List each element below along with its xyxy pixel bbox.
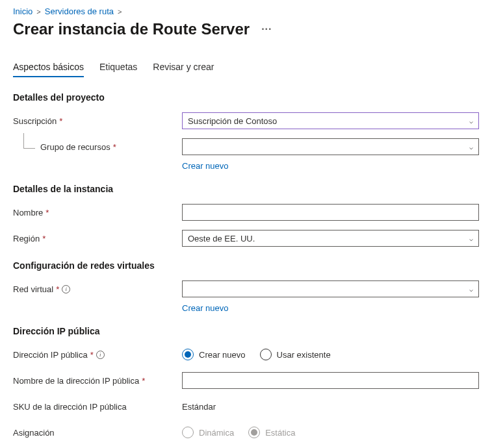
label-public-ip-name: Nombre de la dirección IP pública* <box>13 376 182 386</box>
section-public-ip: Dirección IP pública <box>13 326 479 336</box>
row-public-ip-sku: SKU de la dirección IP pública Estándar <box>13 397 479 416</box>
row-subscription: Suscripción* Suscripción de Contoso ⌵ <box>13 112 479 130</box>
page-title-text: Crear instancia de Route Server <box>13 20 250 38</box>
label-resource-group: Grupo de recursos* <box>13 142 182 152</box>
chevron-down-icon: ⌵ <box>469 118 473 125</box>
radio-static: Estática <box>248 427 295 438</box>
select-region[interactable]: Oeste de EE. UU. ⌵ <box>182 230 479 247</box>
tab-tags[interactable]: Etiquetas <box>99 62 137 77</box>
tab-review[interactable]: Revisar y crear <box>153 62 214 77</box>
radio-circle-icon <box>182 349 194 360</box>
label-vnet: Red virtual* i <box>13 284 182 294</box>
chevron-right-icon: > <box>118 8 122 16</box>
breadcrumb-home[interactable]: Inicio <box>13 6 32 16</box>
radio-group-assignment: Dinámica Estática <box>182 427 479 438</box>
section-instance-details: Detalles de la instancia <box>13 184 479 194</box>
chevron-down-icon: ⌵ <box>469 235 473 242</box>
row-name: Nombre* <box>13 203 479 221</box>
radio-use-existing[interactable]: Usar existente <box>260 349 331 360</box>
input-name[interactable] <box>182 204 479 221</box>
input-public-ip-name[interactable] <box>182 372 479 389</box>
row-region: Región* Oeste de EE. UU. ⌵ <box>13 229 479 247</box>
info-icon[interactable]: i <box>96 351 105 359</box>
tab-basics[interactable]: Aspectos básicos <box>13 62 84 77</box>
more-actions-icon[interactable]: ··· <box>261 23 272 35</box>
row-resource-group: Grupo de recursos* ⌵ <box>13 138 479 156</box>
radio-group-public-ip: Crear nuevo Usar existente <box>182 349 479 360</box>
section-project-details: Detalles del proyecto <box>13 92 479 103</box>
radio-circle-icon <box>248 427 260 438</box>
radio-dynamic: Dinámica <box>182 427 234 438</box>
breadcrumb-route-servers[interactable]: Servidores de ruta <box>45 6 114 16</box>
label-public-ip-sku: SKU de la dirección IP pública <box>13 402 182 412</box>
label-name: Nombre* <box>13 208 182 218</box>
label-subscription: Suscripción* <box>13 116 182 126</box>
breadcrumb: Inicio > Servidores de ruta > <box>13 6 479 16</box>
info-icon[interactable]: i <box>62 285 70 293</box>
row-public-ip-name: Nombre de la dirección IP pública* <box>13 371 479 390</box>
select-vnet[interactable]: ⌵ <box>182 280 479 297</box>
radio-circle-icon <box>260 349 272 360</box>
tabs: Aspectos básicos Etiquetas Revisar y cre… <box>13 62 479 78</box>
chevron-right-icon: > <box>36 8 40 16</box>
row-public-ip: Dirección IP pública* i Crear nuevo Usar… <box>13 345 479 364</box>
link-create-new-rg[interactable]: Crear nuevo <box>182 161 229 171</box>
radio-circle-icon <box>182 427 194 438</box>
row-vnet: Red virtual* i ⌵ <box>13 280 479 298</box>
select-resource-group[interactable]: ⌵ <box>182 138 479 155</box>
label-public-ip: Dirección IP pública* i <box>13 350 182 360</box>
link-create-new-vnet[interactable]: Crear nuevo <box>182 303 229 313</box>
page-title: Crear instancia de Route Server ··· <box>13 20 479 38</box>
section-vnet-config: Configuración de redes virtuales <box>13 260 479 271</box>
chevron-down-icon: ⌵ <box>469 143 473 151</box>
radio-create-new[interactable]: Crear nuevo <box>182 349 246 360</box>
label-assignment: Asignación <box>13 428 182 438</box>
value-public-ip-sku: Estándar <box>182 402 216 412</box>
chevron-down-icon: ⌵ <box>469 286 473 293</box>
row-assignment: Asignación Dinámica Estática <box>13 423 479 442</box>
select-subscription[interactable]: Suscripción de Contoso ⌵ <box>182 112 479 129</box>
label-region: Región* <box>13 234 182 243</box>
